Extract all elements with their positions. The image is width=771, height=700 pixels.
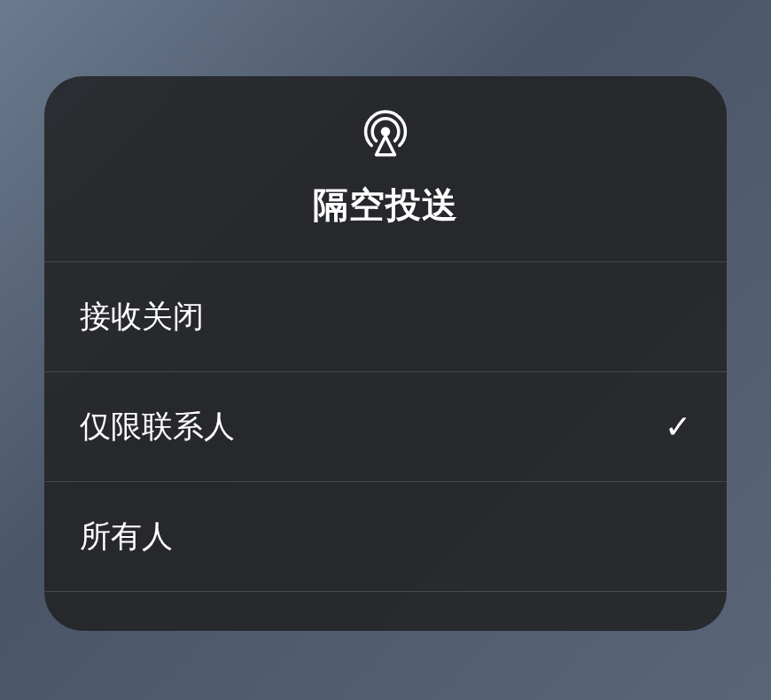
airdrop-settings-panel: 隔空投送 接收关闭 仅限联系人 ✓ 所有人 — [44, 76, 727, 631]
option-contacts-only[interactable]: 仅限联系人 ✓ — [44, 372, 727, 482]
option-label: 仅限联系人 — [80, 406, 235, 447]
checkmark-icon: ✓ — [665, 408, 691, 446]
option-everyone[interactable]: 所有人 — [44, 482, 727, 592]
option-label: 接收关闭 — [80, 296, 204, 338]
bottom-spacer — [44, 592, 727, 631]
panel-title: 隔空投送 — [313, 181, 458, 229]
panel-header: 隔空投送 — [44, 76, 727, 262]
airdrop-icon — [361, 110, 410, 159]
option-label: 所有人 — [80, 516, 173, 557]
option-receiving-off[interactable]: 接收关闭 — [44, 262, 727, 372]
